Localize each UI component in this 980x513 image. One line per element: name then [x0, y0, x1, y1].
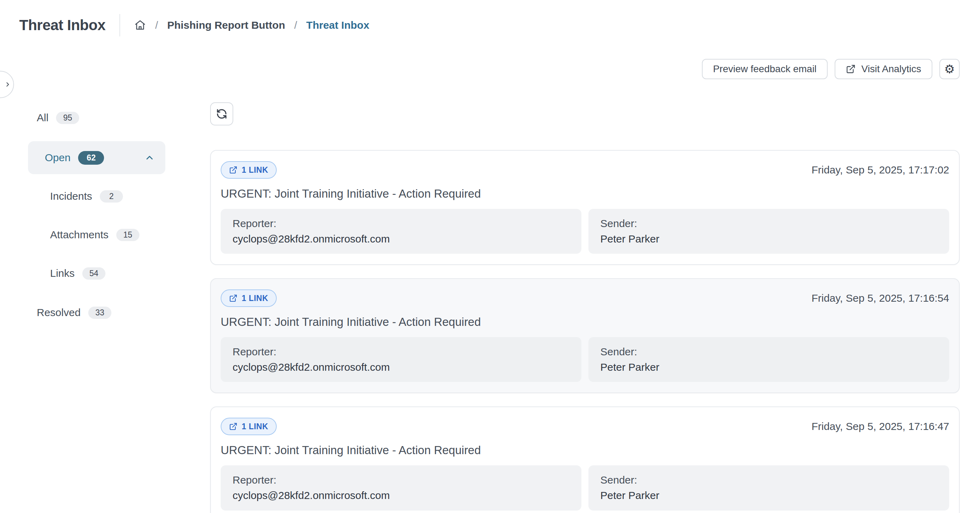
threat-card[interactable]: 1 LINK Friday, Sep 5, 2025, 17:16:54 URG… — [210, 278, 960, 393]
reporter-label: Reporter: — [232, 344, 570, 360]
settings-button[interactable]: ⚙ — [939, 59, 960, 79]
sidebar-collapse-button[interactable] — [0, 71, 14, 98]
breadcrumb-separator: / — [155, 19, 158, 31]
sender-label: Sender: — [600, 344, 937, 360]
card-meta: Reporter: cyclops@28kfd2.onmicrosoft.com… — [221, 465, 949, 510]
threat-list: 1 LINK Friday, Sep 5, 2025, 17:17:02 URG… — [210, 102, 960, 513]
sender-label: Sender: — [600, 472, 937, 488]
card-subject: URGENT: Joint Training Initiative - Acti… — [221, 444, 949, 457]
breadcrumb-item-threat-inbox: Threat Inbox — [306, 19, 369, 31]
resolved-count-badge: 33 — [88, 307, 111, 319]
card-subject: URGENT: Joint Training Initiative - Acti… — [221, 315, 949, 329]
sidebar-item-resolved-label: Resolved — [37, 307, 81, 319]
card-timestamp: Friday, Sep 5, 2025, 17:17:02 — [811, 164, 949, 176]
preview-feedback-email-button[interactable]: Preview feedback email — [702, 59, 828, 79]
reporter-value: cyclops@28kfd2.onmicrosoft.com — [232, 360, 570, 375]
card-meta: Reporter: cyclops@28kfd2.onmicrosoft.com… — [221, 337, 949, 382]
sender-value: Peter Parker — [600, 231, 937, 247]
link-count-badge[interactable]: 1 LINK — [221, 418, 277, 435]
reporter-label: Reporter: — [232, 216, 570, 231]
sender-value: Peter Parker — [600, 360, 937, 375]
link-count-badge[interactable]: 1 LINK — [221, 290, 277, 307]
card-header: 1 LINK Friday, Sep 5, 2025, 17:16:47 — [221, 418, 949, 435]
link-count-badge[interactable]: 1 LINK — [221, 161, 277, 179]
breadcrumb: / Phishing Report Button / Threat Inbox — [134, 19, 369, 31]
sidebar-open-children: Incidents 2 Attachments 15 Links 54 — [28, 188, 165, 281]
threat-inbox-page: Threat Inbox / Phishing Report Button / … — [0, 0, 980, 513]
card-subject: URGENT: Joint Training Initiative - Acti… — [221, 187, 949, 201]
sender-label: Sender: — [600, 216, 937, 231]
sidebar: All 95 Open 62 Incidents 2 Attachments 1… — [28, 110, 165, 320]
card-header: 1 LINK Friday, Sep 5, 2025, 17:16:54 — [221, 290, 949, 307]
sidebar-item-links[interactable]: Links 54 — [28, 266, 165, 281]
links-count-badge: 54 — [82, 268, 105, 280]
external-link-icon — [229, 294, 237, 303]
reporter-value: cyclops@28kfd2.onmicrosoft.com — [232, 231, 570, 247]
card-timestamp: Friday, Sep 5, 2025, 17:16:54 — [811, 292, 949, 304]
gear-icon: ⚙ — [944, 63, 955, 75]
sender-value: Peter Parker — [600, 488, 937, 503]
reporter-label: Reporter: — [232, 472, 570, 488]
sidebar-item-open-label: Open — [45, 152, 70, 164]
external-link-icon — [846, 64, 856, 74]
page-title: Threat Inbox — [19, 17, 105, 33]
sender-box: Sender: Peter Parker — [589, 209, 949, 254]
refresh-icon — [216, 108, 228, 119]
sender-box: Sender: Peter Parker — [589, 465, 949, 510]
chevron-up-icon[interactable] — [144, 153, 155, 163]
preview-feedback-email-label: Preview feedback email — [713, 64, 817, 75]
threat-cards: 1 LINK Friday, Sep 5, 2025, 17:17:02 URG… — [210, 150, 960, 513]
reporter-box: Reporter: cyclops@28kfd2.onmicrosoft.com — [221, 337, 581, 382]
home-icon[interactable] — [134, 19, 146, 31]
reporter-box: Reporter: cyclops@28kfd2.onmicrosoft.com — [221, 465, 581, 510]
visit-analytics-button[interactable]: Visit Analytics — [835, 59, 932, 79]
threat-card[interactable]: 1 LINK Friday, Sep 5, 2025, 17:17:02 URG… — [210, 150, 960, 265]
breadcrumb-separator: / — [294, 19, 297, 31]
sidebar-item-attachments-label: Attachments — [50, 229, 108, 241]
sidebar-item-all[interactable]: All 95 — [28, 110, 165, 126]
refresh-button[interactable] — [210, 102, 233, 126]
visit-analytics-label: Visit Analytics — [861, 64, 921, 75]
sidebar-item-open[interactable]: Open 62 — [28, 141, 165, 174]
breadcrumb-item-phishing-report-button[interactable]: Phishing Report Button — [167, 19, 285, 31]
page-header: Threat Inbox / Phishing Report Button / … — [19, 14, 960, 37]
sidebar-item-incidents[interactable]: Incidents 2 — [28, 188, 165, 204]
threat-card[interactable]: 1 LINK Friday, Sep 5, 2025, 17:16:47 URG… — [210, 406, 960, 513]
chevron-right-icon — [4, 81, 11, 88]
link-count-label: 1 LINK — [242, 422, 268, 431]
attachments-count-badge: 15 — [116, 229, 139, 241]
sidebar-item-resolved[interactable]: Resolved 33 — [28, 305, 165, 320]
header-actions: Preview feedback email Visit Analytics ⚙ — [702, 59, 960, 79]
sidebar-item-attachments[interactable]: Attachments 15 — [28, 227, 165, 242]
link-count-label: 1 LINK — [242, 294, 268, 303]
header-divider — [119, 14, 120, 37]
reporter-value: cyclops@28kfd2.onmicrosoft.com — [232, 488, 570, 503]
incidents-count-badge: 2 — [100, 190, 123, 202]
all-count-badge: 95 — [56, 112, 79, 124]
sidebar-item-incidents-label: Incidents — [50, 190, 92, 202]
sender-box: Sender: Peter Parker — [589, 337, 949, 382]
open-count-badge: 62 — [78, 151, 104, 165]
sidebar-item-links-label: Links — [50, 268, 75, 279]
card-meta: Reporter: cyclops@28kfd2.onmicrosoft.com… — [221, 209, 949, 254]
sidebar-item-all-label: All — [37, 112, 48, 124]
card-timestamp: Friday, Sep 5, 2025, 17:16:47 — [811, 421, 949, 432]
card-header: 1 LINK Friday, Sep 5, 2025, 17:17:02 — [221, 161, 949, 179]
external-link-icon — [229, 422, 237, 431]
link-count-label: 1 LINK — [242, 166, 268, 175]
reporter-box: Reporter: cyclops@28kfd2.onmicrosoft.com — [221, 209, 581, 254]
external-link-icon — [229, 166, 237, 174]
